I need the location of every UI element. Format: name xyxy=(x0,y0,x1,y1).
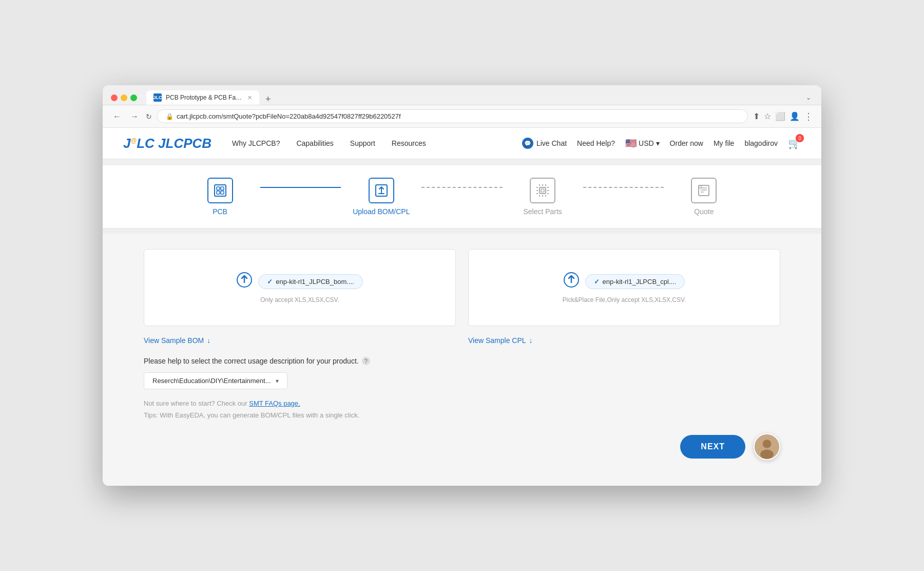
svg-rect-2 xyxy=(221,187,224,190)
svg-rect-3 xyxy=(217,191,220,194)
steps-container: PCB Upload BOM/CPL xyxy=(180,178,744,216)
download-cpl-icon: ↓ xyxy=(529,336,533,345)
close-button[interactable] xyxy=(111,94,118,101)
lock-icon: 🔒 xyxy=(166,113,174,120)
svg-rect-4 xyxy=(221,191,224,194)
share-icon[interactable]: ⬆ xyxy=(753,111,760,121)
view-sample-bom-label: View Sample BOM xyxy=(144,336,204,345)
step-quote: Quote xyxy=(664,178,744,216)
chevron-down-icon: ⌄ xyxy=(804,92,813,103)
download-bom-icon: ↓ xyxy=(207,336,210,345)
currency-chevron-icon: ▾ xyxy=(656,139,660,147)
currency-label: USD xyxy=(639,139,654,147)
step-pcb-label: PCB xyxy=(213,207,227,216)
logo[interactable]: J@LC JLCPCB xyxy=(123,136,211,151)
usage-label-text: Please help to select the correct usage … xyxy=(144,357,359,365)
profile-icon[interactable]: 👤 xyxy=(790,111,800,121)
refresh-button[interactable]: ↻ xyxy=(146,112,152,121)
tips-section: Not sure where to start? Check our SMT F… xyxy=(144,399,780,419)
currency-selector[interactable]: 🇺🇸 USD ▾ xyxy=(625,138,660,149)
back-button[interactable]: ← xyxy=(111,110,123,123)
view-sample-bom-link[interactable]: View Sample BOM ↓ xyxy=(144,336,456,345)
step-parts: Select Parts xyxy=(503,178,583,216)
traffic-lights xyxy=(111,94,137,101)
tab-favicon: JLC xyxy=(153,93,162,102)
cpl-upload-card: ✓ enp-kit-rl1_JLPCB_cpl.... Pick&Place F… xyxy=(468,249,780,326)
chat-icon: 💬 xyxy=(522,138,533,149)
smt-faq-text: Not sure where to start? Check our xyxy=(144,399,247,407)
avatar xyxy=(754,433,780,460)
username-label[interactable]: blagodirov xyxy=(744,139,778,147)
step-line-1 xyxy=(260,187,341,188)
step-quote-icon xyxy=(691,178,717,203)
step-line-3 xyxy=(583,187,664,188)
extensions-icon[interactable]: ⬜ xyxy=(775,111,785,121)
nav-support[interactable]: Support xyxy=(350,139,375,147)
order-now-link[interactable]: Order now xyxy=(670,139,703,147)
step-parts-label: Select Parts xyxy=(523,207,562,216)
main-nav: Why JLCPCB? Capabilities Support Resourc… xyxy=(232,139,522,147)
step-upload-icon xyxy=(369,178,394,203)
cpl-check-icon: ✓ xyxy=(594,278,600,286)
my-file-link[interactable]: My file xyxy=(714,139,734,147)
cart-button[interactable]: 🛒 0 xyxy=(788,137,801,149)
cpl-upload-icon[interactable] xyxy=(564,272,579,291)
svg-rect-1 xyxy=(217,187,220,190)
minimize-button[interactable] xyxy=(121,94,127,101)
nav-capabilities[interactable]: Capabilities xyxy=(296,139,333,147)
nav-resources[interactable]: Resources xyxy=(392,139,426,147)
new-tab-button[interactable]: + xyxy=(262,94,274,105)
step-upload-label: Upload BOM/CPL xyxy=(353,207,410,216)
steps-bar: PCB Upload BOM/CPL xyxy=(103,165,821,229)
active-tab[interactable]: JLC PCB Prototype & PCB Fabricat... ✕ xyxy=(146,90,259,105)
usage-section: Please help to select the correct usage … xyxy=(144,357,780,389)
bom-upload-hint: Only accept XLS,XLSX,CSV. xyxy=(260,296,339,303)
svg-rect-21 xyxy=(699,185,709,196)
url-text: cart.jlcpcb.com/smtQuote?pcbFileNo=220ab… xyxy=(177,112,401,120)
bom-file-chip: ✓ enp-kit-rl1_JLPCB_bom.... xyxy=(258,274,362,289)
address-bar-icons: ⬆ ☆ ⬜ 👤 ⋮ xyxy=(753,111,813,122)
step-quote-label: Quote xyxy=(694,207,714,216)
sub-nav-bar xyxy=(103,159,821,165)
steps-bottom-bar xyxy=(103,229,821,234)
top-nav: J@LC JLCPCB Why JLCPCB? Capabilities Sup… xyxy=(103,128,821,159)
tab-bar: JLC PCB Prototype & PCB Fabricat... ✕ + xyxy=(146,90,800,105)
nav-why-jlcpcb[interactable]: Why JLCPCB? xyxy=(232,139,280,147)
svg-rect-25 xyxy=(699,185,701,188)
next-button[interactable]: NEXT xyxy=(680,435,745,459)
tab-title: PCB Prototype & PCB Fabricat... xyxy=(166,94,243,101)
bookmark-icon[interactable]: ☆ xyxy=(764,111,771,121)
svg-rect-8 xyxy=(541,189,544,192)
view-samples: View Sample BOM ↓ View Sample CPL ↓ xyxy=(144,336,780,345)
tab-close-icon[interactable]: ✕ xyxy=(247,94,252,101)
logo-text: J@LC JLCPCB xyxy=(123,136,211,151)
main-content: ✓ enp-kit-rl1_JLPCB_bom.... Only accept … xyxy=(103,234,821,486)
smt-faq-tip: Not sure where to start? Check our SMT F… xyxy=(144,399,780,407)
cpl-upload-row: ✓ enp-kit-rl1_JLPCB_cpl.... xyxy=(564,272,685,291)
cpl-file-name: enp-kit-rl1_JLPCB_cpl.... xyxy=(603,278,677,286)
easyeda-tip: Tips: With EasyEDA, you can generate BOM… xyxy=(144,411,780,419)
live-chat-button[interactable]: 💬 Live Chat xyxy=(522,138,567,149)
usage-dropdown[interactable]: Reserch\Education\DIY\Entertainment... ▾ xyxy=(144,372,287,389)
view-sample-cpl-link[interactable]: View Sample CPL ↓ xyxy=(468,336,780,345)
forward-button[interactable]: → xyxy=(128,110,141,123)
usage-dropdown-value: Reserch\Education\DIY\Entertainment... xyxy=(152,377,271,385)
svg-rect-0 xyxy=(215,185,226,196)
need-help-link[interactable]: Need Help? xyxy=(577,139,615,147)
bom-upload-card: ✓ enp-kit-rl1_JLPCB_bom.... Only accept … xyxy=(144,249,456,326)
next-section: NEXT xyxy=(144,423,780,470)
title-bar: JLC PCB Prototype & PCB Fabricat... ✕ + … xyxy=(103,85,821,105)
maximize-button[interactable] xyxy=(130,94,137,101)
bom-upload-row: ✓ enp-kit-rl1_JLPCB_bom.... xyxy=(237,272,362,291)
url-bar[interactable]: 🔒 cart.jlcpcb.com/smtQuote?pcbFileNo=220… xyxy=(157,109,748,123)
step-pcb: PCB xyxy=(180,178,260,216)
step-parts-icon xyxy=(530,178,555,203)
nav-right: 💬 Live Chat Need Help? 🇺🇸 USD ▾ Order no… xyxy=(522,137,801,149)
page-content: J@LC JLCPCB Why JLCPCB? Capabilities Sup… xyxy=(103,128,821,486)
menu-icon[interactable]: ⋮ xyxy=(804,111,813,122)
svg-point-29 xyxy=(763,440,772,448)
step-upload: Upload BOM/CPL xyxy=(341,178,421,216)
bom-upload-icon[interactable] xyxy=(237,272,252,291)
cpl-upload-hint: Pick&Place File,Only accept XLS,XLSX,CSV… xyxy=(563,296,686,303)
smt-faq-link[interactable]: SMT FAQs page. xyxy=(249,399,300,407)
